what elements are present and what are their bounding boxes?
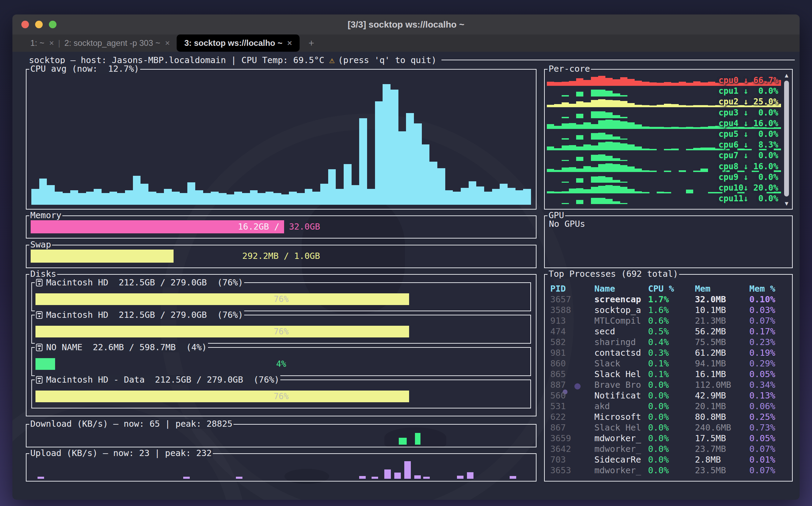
cpu-history-bar [94, 189, 102, 205]
cpu-history-bar [86, 192, 94, 205]
process-row[interactable]: 3588socktop_a1.6%10.1MB0.03% [545, 305, 792, 315]
process-row[interactable]: 867Slack Hel0.0%240.6MB0.73% [545, 422, 792, 433]
process-mem: 80.8MB [695, 412, 749, 422]
cpu-avg-panel-title: CPU avg (now: 12.7%) [29, 64, 140, 74]
cpu-history-bar [211, 192, 219, 205]
tab-1-close-icon[interactable]: × [49, 38, 54, 48]
process-row[interactable]: 3657screencap1.7%32.0MB0.10% [545, 294, 792, 305]
disk-fill [35, 326, 409, 337]
core-usage-label: cpu0 ↓ 66.7% [719, 75, 778, 86]
desktop-background: [3/3] socktop ws://localho ~ 1: ~ × | 2:… [0, 0, 812, 506]
new-tab-button[interactable]: + [309, 38, 314, 49]
core-history-bar [562, 145, 569, 150]
process-mem: 2.8MB [695, 454, 749, 465]
process-mem-percent: 0.73% [749, 422, 789, 433]
core-history-bar [569, 81, 576, 86]
scroll-down-icon[interactable]: ▼ [785, 200, 788, 207]
cpu-history-bar [281, 194, 289, 205]
core-usage-label: cpu8 ↓ 16.0% [719, 161, 778, 172]
tab-2[interactable]: 2: socktop_agent -p 303 ~ × [61, 34, 173, 52]
core-history-bar [583, 102, 591, 107]
core-history-bar [569, 123, 576, 129]
core-history-bar [598, 133, 605, 140]
process-mem-percent: 0.10% [749, 294, 789, 305]
core-history-bar [627, 144, 635, 150]
core-usage-label: cpu4 ↓ 16.0% [719, 118, 778, 129]
process-mem: 20.1MB [695, 401, 749, 412]
per-core-scrollbar[interactable]: ▲ ▼ [782, 72, 791, 207]
process-name: socktop_a [594, 305, 648, 315]
process-row[interactable]: 3642mdworker_0.0%23.7MB0.07% [545, 444, 792, 454]
process-row[interactable]: 474secd0.5%56.2MB0.17% [545, 326, 792, 337]
core-usage-label: cpu10↓ 20.0% [719, 183, 778, 193]
core-history-bar [547, 191, 554, 193]
core-history-bar [547, 169, 554, 172]
core-row-5: cpu5 ↓ 0.0% [547, 129, 781, 140]
core-history-bar [591, 145, 598, 150]
core-history-bar [605, 134, 613, 140]
process-row[interactable]: 3653mdworker_0.0%23.5MB0.07% [545, 465, 792, 476]
cpu-history-bar [78, 193, 86, 205]
core-history-bar [562, 82, 569, 86]
scroll-up-icon[interactable]: ▲ [785, 72, 788, 79]
process-row[interactable]: 703SidecarRe0.0%2.8MB0.01% [545, 454, 792, 465]
core-history-bar [708, 148, 715, 150]
process-cpu: 0.4% [648, 337, 695, 347]
scrollbar-thumb[interactable] [784, 81, 789, 196]
core-history-bar [671, 83, 678, 86]
core-history-bar [627, 79, 635, 86]
core-history-bar [627, 166, 635, 172]
core-history-bar [613, 115, 620, 118]
tab-3-label: 3: socktop ws://localho ~ [184, 38, 282, 48]
core-history-bar [671, 149, 678, 151]
column-cpu: CPU % [648, 283, 695, 294]
upload-panel: Upload (KB/s) — now: 23 | peak: 232 [26, 453, 537, 482]
tab-1[interactable]: 1: ~ × [27, 34, 58, 52]
process-mem: 16.1MB [695, 369, 749, 380]
cpu-history-bar [476, 186, 484, 205]
process-row[interactable]: 887Brave Bro0.0%112.0MB0.34% [545, 380, 792, 390]
process-pid: 622 [550, 412, 594, 422]
process-name: akd [594, 401, 648, 412]
core-history-bar [686, 190, 693, 193]
cpu-history-bar [312, 192, 320, 205]
process-name: Notificat [594, 390, 648, 401]
cpu-history-bar [110, 192, 117, 205]
tab-3-active[interactable]: 3: socktop ws://localho ~ × [177, 34, 300, 52]
disk-fill [35, 391, 409, 402]
disk-label: Macintosh HD 212.5GB / 279.0GB (76%) [46, 278, 243, 287]
process-row[interactable]: 913MTLCompil0.6%21.3MB0.07% [545, 315, 792, 326]
core-usage-label: cpu7 ↓ 0.0% [719, 150, 778, 161]
core-history-bar [576, 169, 583, 172]
process-row[interactable]: 865Slack Hel0.1%16.1MB0.05% [545, 369, 792, 380]
network-history-bar [404, 461, 411, 479]
cpu-history-bar [352, 185, 360, 205]
process-row[interactable]: 622Microsoft0.0%80.8MB0.25% [545, 412, 792, 422]
process-mem: 42.9MB [695, 390, 749, 401]
process-pid: 860 [550, 358, 594, 369]
disk-icon [36, 279, 43, 287]
tab-2-close-icon[interactable]: × [165, 38, 170, 48]
core-history-bar [657, 83, 664, 86]
core-history-bar [605, 142, 613, 150]
process-name: Brave Bro [594, 380, 648, 390]
process-mem-percent: 0.19% [749, 347, 789, 358]
cpu-history-bar [492, 189, 500, 205]
process-row[interactable]: 981contactsd0.3%61.2MB0.19% [545, 347, 792, 358]
core-history-bar [591, 167, 598, 172]
core-history-bar [635, 146, 642, 150]
process-row[interactable]: 860Slack0.1%94.1MB0.29% [545, 358, 792, 369]
core-history-bar [605, 177, 613, 183]
network-history-bar [236, 477, 242, 479]
tab-3-close-icon[interactable]: × [287, 38, 292, 48]
cpu-history-bar [437, 168, 445, 205]
process-row[interactable]: 531akd0.0%20.1MB0.06% [545, 401, 792, 412]
process-row[interactable]: 3659mdworker_0.0%17.5MB0.05% [545, 433, 792, 444]
core-usage-label: cpu5 ↓ 0.0% [719, 129, 778, 140]
cpu-history-bar [148, 192, 156, 205]
process-row[interactable]: 560Notificat0.0%42.9MB0.13% [545, 390, 792, 401]
swap-usage-bar: 292.2MB / 1.0GB [31, 250, 532, 263]
cpu-history-bar [47, 185, 55, 205]
process-row[interactable]: 582sharingd0.4%75.5MB0.23% [545, 337, 792, 347]
core-history-bar [591, 124, 598, 129]
